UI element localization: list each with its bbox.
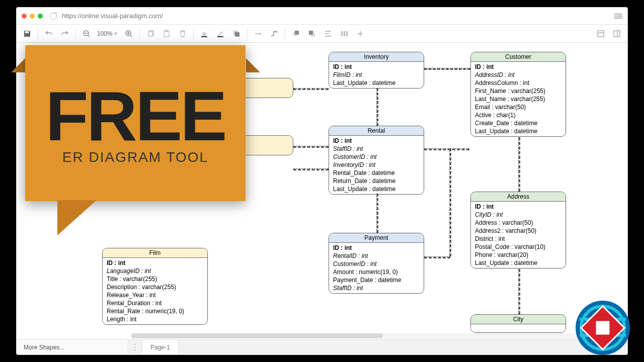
connector-style-icon[interactable] (251, 27, 266, 41)
add-page-icon[interactable]: ⋮ (127, 342, 142, 352)
diagram-canvas[interactable]: Inventory ID : intFilmID : intLast_Updat… (17, 43, 627, 338)
connector (376, 194, 378, 233)
entity-field: Postal_Code : varchar(10) (471, 243, 566, 251)
redo-icon[interactable] (57, 27, 72, 41)
svg-rect-19 (346, 31, 348, 36)
entity-field: ID : int (329, 137, 424, 145)
entity-field: StaffID : int (329, 284, 424, 292)
entity-body: ID : intLanguageID : intTitle : varchar(… (103, 258, 207, 324)
entity-stub[interactable] (198, 78, 293, 98)
entity-customer[interactable]: Customer ID : intAddressID : intAddressC… (470, 52, 566, 137)
chevron-down-icon: ▼ (114, 31, 118, 36)
entity-field: CustomerID : int (329, 260, 424, 268)
entity-field: ID : int (471, 203, 566, 211)
address-bar[interactable]: https://online.visual-paradigm.com/ (62, 12, 614, 20)
entity-payment[interactable]: Payment ID : intRentalID : intCustomerID… (329, 233, 424, 294)
entity-field: FilmID : int (329, 71, 424, 79)
svg-rect-0 (25, 31, 29, 33)
shadow-icon[interactable] (229, 27, 244, 41)
zoom-level[interactable]: 100% ▼ (95, 30, 120, 37)
connector (293, 146, 329, 148)
entity-field: Last_Update : datetime (329, 79, 424, 87)
connector (293, 168, 329, 170)
entity-field: Address : varchar(50) (471, 219, 566, 227)
outline-panel-icon[interactable] (609, 27, 624, 41)
svg-rect-9 (235, 32, 239, 37)
entity-field: Last_Name : varchar(255) (471, 95, 566, 103)
entity-field: AddressColumn : int (471, 79, 566, 87)
to-front-icon[interactable] (288, 27, 303, 41)
format-panel-icon[interactable] (593, 27, 608, 41)
delete-icon[interactable] (175, 27, 190, 41)
copy-icon[interactable] (143, 27, 158, 41)
entity-city[interactable]: City (470, 314, 566, 333)
line-color-icon[interactable] (213, 27, 228, 41)
connector (424, 68, 470, 70)
svg-rect-18 (344, 31, 345, 36)
zoom-out-icon[interactable] (79, 27, 94, 41)
entity-field: Payment_Date : datetime (329, 276, 424, 284)
entity-field: Release_Year : int (103, 291, 207, 299)
entity-field: ID : int (471, 63, 566, 71)
entity-body: ID : intCityID : intAddress : varchar(50… (471, 202, 566, 268)
entity-field: ID : int (329, 244, 424, 252)
undo-icon[interactable] (41, 27, 56, 41)
window-controls[interactable] (22, 14, 43, 19)
entity-field: Return_Date : datetime (329, 177, 424, 185)
zoom-value: 100% (97, 30, 113, 37)
minimize-icon[interactable] (30, 14, 35, 19)
paste-icon[interactable] (159, 27, 174, 41)
entity-title: Address (471, 192, 566, 202)
connector (424, 148, 469, 150)
connector (424, 256, 450, 258)
svg-rect-11 (295, 31, 299, 35)
hamburger-icon[interactable] (614, 14, 622, 19)
entity-field: Title : varchar(255) (103, 275, 207, 283)
entity-field: AddressID : int (471, 71, 566, 79)
entity-title: Rental (329, 126, 424, 136)
close-icon[interactable] (22, 14, 27, 19)
entity-title: City (471, 315, 566, 324)
entity-field: Last_Update : datetime (471, 127, 566, 135)
refresh-icon[interactable] (50, 13, 57, 20)
browser-bar: https://online.visual-paradigm.com/ (17, 8, 627, 25)
horizontal-scrollbar[interactable] (131, 333, 616, 338)
more-shapes-link[interactable]: More Shapes... (17, 339, 127, 354)
save-icon[interactable] (20, 27, 35, 41)
entity-field: RentalID : int (329, 252, 424, 260)
zoom-in-icon[interactable] (121, 27, 136, 41)
entity-rental[interactable]: Rental ID : intStaffID : intCustomerID :… (329, 126, 424, 195)
align-icon[interactable] (320, 27, 336, 41)
app-window: https://online.visual-paradigm.com/ 100%… (16, 7, 628, 355)
distribute-icon[interactable] (337, 27, 352, 41)
entity-field: Active : char(1) (471, 111, 566, 119)
entity-address[interactable]: Address ID : intCityID : intAddress : va… (470, 192, 566, 268)
svg-rect-13 (309, 31, 313, 35)
entity-stub[interactable] (198, 135, 293, 155)
connector (518, 137, 520, 192)
entity-inventory[interactable]: Inventory ID : intFilmID : intLast_Updat… (329, 52, 424, 88)
entity-field: Last_Update : datetime (471, 259, 566, 267)
add-icon[interactable] (353, 27, 368, 41)
entity-field: Amount : numeric(19, 0) (329, 268, 424, 276)
entity-field: CityID : int (471, 211, 566, 219)
waypoint-icon[interactable] (267, 27, 282, 41)
entity-field: Rental_Duration : int (103, 299, 207, 307)
maximize-icon[interactable] (38, 14, 43, 19)
connector (376, 88, 378, 126)
fill-color-icon[interactable] (197, 27, 212, 41)
entity-field: ID : int (103, 259, 207, 267)
entity-film[interactable]: Film ID : intLanguageID : intTitle : var… (102, 248, 208, 325)
entity-field: Last_Update : datetime (329, 185, 424, 193)
entity-body: ID : intFilmID : intLast_Update : dateti… (329, 62, 424, 88)
svg-rect-3 (148, 32, 152, 36)
entity-title: Customer (471, 52, 566, 62)
entity-field: Create_Date : datetime (471, 119, 566, 127)
to-back-icon[interactable] (304, 27, 319, 41)
entity-field: First_Name : varchar(255) (471, 87, 566, 95)
entity-field: Rental_Date : datetime (329, 169, 424, 177)
entity-field: LanguageID : int (103, 267, 207, 275)
scrollbar-thumb[interactable] (131, 333, 383, 338)
tab-page-1[interactable]: Page-1 (142, 340, 179, 354)
svg-rect-14 (325, 31, 331, 32)
